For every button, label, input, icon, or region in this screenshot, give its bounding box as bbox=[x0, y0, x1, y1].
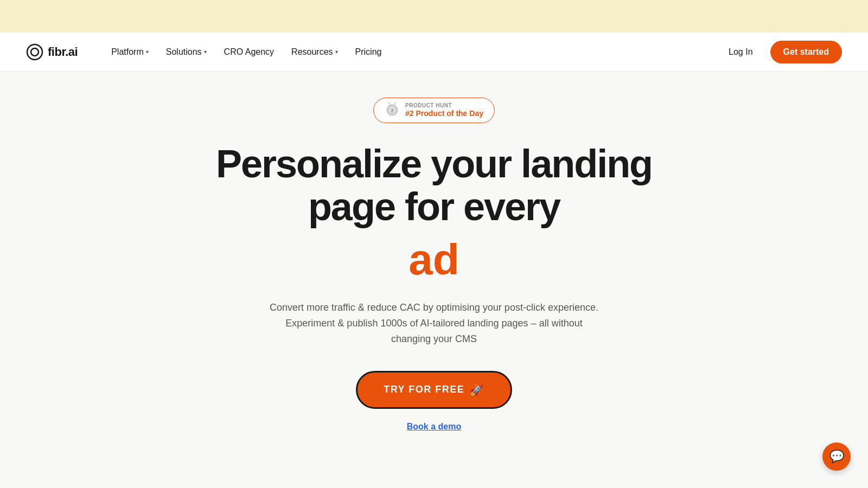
try-for-free-button[interactable]: TRY FOR FREE 🚀 bbox=[356, 371, 512, 409]
try-free-label: TRY FOR FREE bbox=[384, 384, 464, 395]
hero-title-line1: Personalize your landing bbox=[216, 142, 652, 185]
svg-line-5 bbox=[389, 102, 390, 105]
hero-section: 2 PRODUCT HUNT #2 Product of the Day Per… bbox=[0, 72, 868, 488]
book-demo-link[interactable]: Book a demo bbox=[407, 422, 461, 432]
nav-cro-label: CRO Agency bbox=[224, 47, 274, 57]
product-hunt-rank: #2 Product of the Day bbox=[405, 109, 483, 118]
product-hunt-label: PRODUCT HUNT bbox=[405, 102, 483, 109]
nav-resources[interactable]: Resources ▾ bbox=[284, 43, 345, 61]
nav-solutions[interactable]: Solutions ▾ bbox=[158, 43, 214, 61]
login-button[interactable]: Log In bbox=[720, 43, 761, 61]
chat-icon: 💬 bbox=[829, 450, 844, 464]
rocket-icon: 🚀 bbox=[470, 383, 484, 396]
hero-title: Personalize your landing page for every bbox=[216, 143, 652, 228]
logo-text: fibr.ai bbox=[48, 45, 78, 59]
nav-pricing-label: Pricing bbox=[355, 47, 382, 57]
svg-text:2: 2 bbox=[391, 108, 394, 113]
chevron-down-icon: ▾ bbox=[146, 49, 149, 55]
hero-highlight-word: ad bbox=[409, 235, 459, 285]
nav-links: Platform ▾ Solutions ▾ CRO Agency Resour… bbox=[104, 43, 720, 61]
nav-cro-agency[interactable]: CRO Agency bbox=[216, 43, 282, 61]
svg-point-1 bbox=[31, 48, 39, 56]
logo-icon bbox=[26, 43, 43, 61]
hero-subtitle: Convert more traffic & reduce CAC by opt… bbox=[266, 300, 602, 346]
product-hunt-badge[interactable]: 2 PRODUCT HUNT #2 Product of the Day bbox=[373, 98, 495, 123]
chat-widget[interactable]: 💬 bbox=[822, 442, 851, 471]
nav-solutions-label: Solutions bbox=[166, 47, 202, 57]
nav-platform[interactable]: Platform ▾ bbox=[104, 43, 156, 61]
get-started-button[interactable]: Get started bbox=[770, 41, 842, 63]
nav-right: Log In Get started bbox=[720, 41, 842, 63]
top-bar bbox=[0, 0, 868, 33]
navbar: fibr.ai Platform ▾ Solutions ▾ CRO Agenc… bbox=[0, 33, 868, 72]
hero-title-line2: page for every bbox=[308, 185, 560, 228]
svg-line-6 bbox=[394, 102, 395, 105]
logo[interactable]: fibr.ai bbox=[26, 43, 78, 61]
nav-pricing[interactable]: Pricing bbox=[348, 43, 390, 61]
chevron-down-icon: ▾ bbox=[204, 49, 207, 55]
nav-resources-label: Resources bbox=[291, 47, 333, 57]
nav-platform-label: Platform bbox=[111, 47, 144, 57]
product-hunt-text: PRODUCT HUNT #2 Product of the Day bbox=[405, 102, 483, 118]
chevron-down-icon: ▾ bbox=[335, 49, 338, 55]
svg-point-0 bbox=[27, 44, 42, 60]
medal-icon: 2 bbox=[385, 102, 400, 118]
